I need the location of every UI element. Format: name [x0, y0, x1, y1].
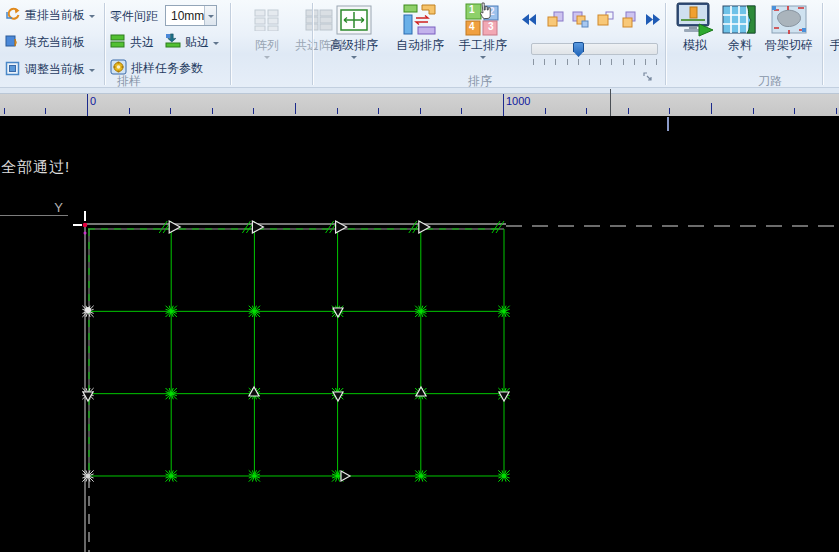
ruler-tick — [836, 108, 837, 114]
adjust-panel-button[interactable]: 调整当前板 — [2, 57, 102, 82]
ruler-label: 1000 — [506, 95, 530, 107]
simulate-icon — [675, 2, 715, 38]
ruler-tick — [420, 108, 421, 114]
ruler-tick — [4, 108, 5, 114]
adjust-panel-label: 调整当前板 — [25, 61, 85, 78]
manual-sort-dropdown-caret[interactable] — [480, 56, 486, 62]
slider-tick-marks — [533, 59, 657, 65]
remnant-dropdown-caret[interactable] — [737, 56, 743, 62]
manual-sort-icon: 1 2 4 3 — [465, 2, 501, 38]
remnant-icon — [722, 2, 758, 38]
array-label: 阵列 — [255, 38, 279, 52]
edge-snap-label: 贴边 — [185, 34, 209, 51]
group-separator — [665, 3, 666, 85]
first-part-button[interactable] — [519, 10, 539, 28]
shared-edge-label: 共边 — [130, 34, 154, 51]
part-spacing-value: 10mm — [171, 9, 204, 23]
ruler-tick — [129, 108, 130, 114]
edge-snap-dropdown-caret[interactable] — [213, 42, 219, 48]
edge-snap-icon — [165, 33, 181, 52]
ruler-tick — [378, 108, 379, 114]
fill-panel-label: 填充当前板 — [25, 34, 85, 51]
fill-panel-button[interactable]: 填充当前板 — [2, 30, 102, 55]
ruler-tick — [628, 108, 629, 114]
simulate-label: 模拟 — [683, 38, 707, 52]
ruler-tick — [253, 108, 254, 114]
ruler-tick — [794, 108, 795, 114]
nesting-app-window: 重排当前板 填充当前板 调整当前板 零件间距 10mm — [0, 0, 839, 552]
manual-sort-num-4: 4 — [469, 21, 475, 32]
advanced-sort-icon — [336, 2, 372, 38]
edge-snap-button[interactable]: 贴边 — [162, 30, 222, 55]
order-bring-front-icon[interactable] — [570, 10, 590, 28]
part-spacing-label: 零件间距 — [107, 4, 161, 29]
ruler-tick — [503, 94, 504, 116]
ruler-tick — [610, 89, 611, 116]
ruler-tick — [586, 108, 587, 114]
manual-sort-num-1: 1 — [469, 4, 475, 15]
slider-handle[interactable] — [573, 42, 584, 57]
remnant-label: 余料 — [728, 38, 752, 52]
ruler-label: 0 — [90, 95, 96, 107]
adjust-panel-icon — [5, 60, 21, 79]
skeleton-cut-label: 骨架切碎 — [765, 38, 813, 52]
clipped-right-button[interactable]: 手 — [826, 2, 839, 74]
order-send-back-icon[interactable] — [620, 10, 640, 28]
nesting-canvas[interactable]: 全部通过! Y — [0, 116, 839, 552]
adjust-dropdown-caret[interactable] — [89, 69, 95, 75]
ruler-tick — [461, 108, 462, 114]
manual-sort-label: 手工排序 — [459, 38, 507, 52]
shared-edge-icon — [110, 33, 126, 52]
rearrange-panel-button[interactable]: 重排当前板 — [2, 3, 102, 28]
sort-group-dialog-launcher[interactable] — [643, 69, 654, 80]
fill-panel-icon — [5, 33, 21, 52]
rearrange-icon — [5, 6, 21, 25]
ruler-tick — [170, 108, 171, 114]
order-bring-forward-icon[interactable] — [545, 10, 565, 28]
auto-sort-icon — [402, 2, 438, 38]
hand-cursor-icon — [478, 2, 492, 19]
ruler-tick — [212, 108, 213, 114]
ruler-tick — [295, 103, 296, 114]
advanced-sort-dropdown-caret[interactable] — [351, 56, 357, 62]
array-icon — [254, 2, 280, 38]
status-text: 全部通过! — [1, 158, 70, 177]
array-dropdown-caret — [264, 56, 270, 62]
ruler-tick — [545, 108, 546, 114]
ruler-tick — [669, 108, 670, 114]
group-separator — [230, 3, 231, 85]
manual-sort-button[interactable]: 1 2 4 3 手工排序 — [452, 2, 514, 74]
ribbon-toolbar: 重排当前板 填充当前板 调整当前板 零件间距 10mm — [0, 0, 839, 88]
simulate-button[interactable]: 模拟 — [669, 2, 721, 74]
auto-sort-label: 自动排序 — [396, 38, 444, 52]
ruler-tick — [45, 108, 46, 114]
rearrange-dropdown-caret[interactable] — [89, 15, 95, 21]
skeleton-cut-dropdown-caret[interactable] — [786, 56, 792, 62]
y-axis-label: Y — [54, 200, 63, 215]
shared-edge-button[interactable]: 共边 — [107, 30, 157, 55]
ruler-tick — [711, 103, 712, 114]
ruler-tick — [753, 108, 754, 114]
skeleton-cut-icon — [771, 2, 807, 38]
part-spacing-dropdown[interactable] — [204, 6, 216, 25]
advanced-sort-button[interactable]: 高级排序 — [323, 2, 385, 74]
sort-order-slider[interactable] — [531, 43, 658, 55]
remnant-button[interactable]: 余料 — [716, 2, 764, 74]
part-spacing-combobox[interactable]: 10mm — [165, 5, 217, 26]
sheet-and-parts-drawing[interactable] — [0, 116, 839, 552]
y-axis-indicator: Y — [0, 200, 68, 216]
order-send-backward-icon[interactable] — [595, 10, 615, 28]
last-part-button[interactable] — [643, 10, 663, 28]
clipped-right-label: 手 — [830, 38, 839, 52]
auto-sort-button[interactable]: 自动排序 — [389, 2, 451, 74]
advanced-sort-label: 高级排序 — [330, 38, 378, 52]
manual-sort-num-3: 3 — [488, 21, 494, 32]
skeleton-cut-button[interactable]: 骨架切碎 — [758, 2, 820, 74]
group-separator — [312, 3, 313, 85]
group-separator — [822, 3, 823, 85]
horizontal-ruler: 01000 — [0, 94, 839, 116]
ruler-tick — [87, 94, 88, 116]
ruler-tick — [337, 108, 338, 114]
rearrange-label: 重排当前板 — [25, 7, 85, 24]
